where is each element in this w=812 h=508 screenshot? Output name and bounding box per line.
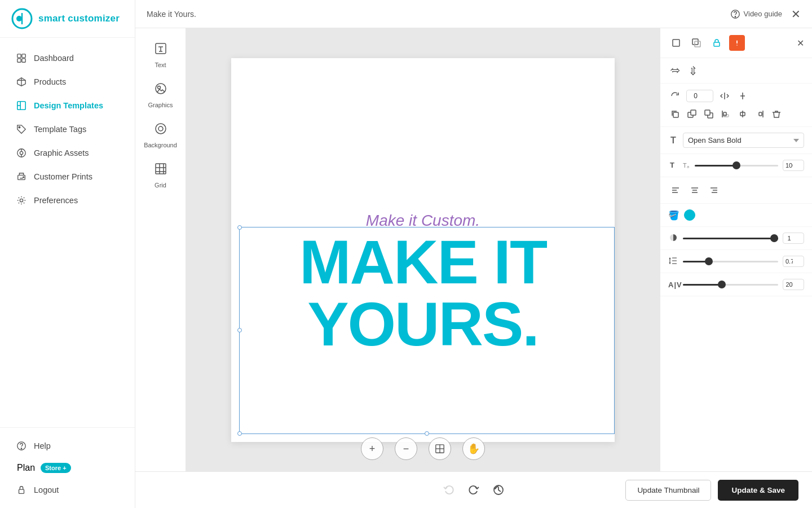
page-title: Make it Yours. — [147, 10, 196, 19]
history-button[interactable] — [488, 480, 509, 500]
align-left-icon — [671, 186, 680, 195]
rp-align-section — [660, 177, 812, 204]
toolbar-background[interactable]: Background — [141, 117, 180, 153]
delete-btn[interactable] — [770, 107, 783, 121]
svg-point-36 — [158, 126, 163, 131]
letterspacing-slider[interactable] — [683, 284, 778, 286]
fontsize-svg-icon: T — [669, 160, 678, 169]
align-left-layer-icon — [721, 110, 730, 119]
sidebar-label-design-templates: Design Templates — [34, 101, 103, 110]
align-center-layer-btn[interactable] — [736, 107, 749, 121]
toolbar-graphics[interactable]: Graphics — [141, 77, 180, 113]
undo-icon — [443, 484, 454, 496]
rp-font-row: T Open Sans Bold — [668, 133, 804, 148]
rp-lineheight-section: 0.75 — [660, 250, 812, 273]
zoom-in-button[interactable]: + — [361, 437, 383, 460]
font-select[interactable]: Open Sans Bold — [683, 133, 804, 148]
opacity-value[interactable]: 1 — [783, 233, 804, 244]
lineheight-slider-container: 0.75 — [683, 256, 804, 267]
lineheight-slider[interactable] — [683, 261, 778, 262]
opacity-svg-icon — [669, 233, 678, 242]
svg-point-34 — [157, 86, 160, 89]
redo-button[interactable] — [464, 480, 484, 500]
letterspacing-icon: A|V — [668, 281, 678, 289]
update-save-button[interactable]: Update & Save — [718, 480, 798, 501]
lineheight-value[interactable]: 0.75 — [783, 256, 804, 267]
sidebar-item-customer-prints[interactable]: Customer Prints — [5, 165, 130, 188]
selection-handle-tl[interactable] — [237, 225, 242, 230]
align-right-btn[interactable] — [707, 183, 721, 198]
fontsize-icon: T — [668, 160, 678, 171]
sidebar-item-preferences[interactable]: Preferences — [5, 189, 130, 212]
sidebar-item-template-tags[interactable]: Template Tags — [5, 118, 130, 141]
color-bucket-icon[interactable]: 🪣 — [668, 210, 679, 221]
toolbar-grid[interactable]: Grid — [141, 157, 180, 193]
sidebar-label-template-tags: Template Tags — [34, 125, 86, 134]
sidebar-item-plan[interactable]: Plan Store + — [0, 457, 135, 479]
video-guide-button[interactable]: Video guide — [730, 9, 782, 19]
position-lr-btn[interactable] — [668, 64, 682, 77]
send-backward-btn[interactable] — [702, 107, 716, 121]
plan-badge[interactable]: Store + — [41, 463, 71, 473]
fontsize-slider[interactable] — [695, 165, 778, 167]
selection-handle-bm[interactable] — [425, 431, 429, 436]
rp-alert-btn[interactable] — [729, 35, 745, 51]
fontsize-value[interactable]: 100 — [783, 160, 804, 171]
sidebar-item-products[interactable]: Products — [5, 71, 130, 93]
rp-lock-btn[interactable] — [709, 35, 725, 51]
toolbar-text[interactable]: Text — [141, 37, 180, 73]
canvas[interactable]: Make it Custom. MAKE ITYOURS. — [231, 58, 615, 442]
align-right-layer-btn[interactable] — [753, 107, 766, 121]
right-panel: ✕ — [660, 28, 812, 471]
rp-rectangle-btn[interactable] — [668, 35, 684, 51]
sidebar-item-dashboard[interactable]: Dashboard — [5, 47, 130, 69]
logout-lock-icon — [16, 484, 27, 496]
selection-handle-bl[interactable] — [237, 431, 242, 436]
update-thumbnail-button[interactable]: Update Thumbnail — [625, 480, 711, 501]
opacity-slider[interactable] — [683, 238, 778, 239]
align-left-layer-btn[interactable] — [719, 107, 732, 121]
editor-area: Text Graphics — [135, 28, 812, 471]
rotation-btn[interactable] — [668, 89, 682, 103]
bring-forward-btn[interactable] — [685, 107, 699, 121]
rp-layer-row — [668, 107, 804, 121]
bottom-action-bar: Update Thumbnail Update & Save — [135, 471, 812, 508]
align-left-btn[interactable] — [668, 183, 683, 198]
top-close-button[interactable]: ✕ — [791, 7, 801, 21]
position-ud-btn[interactable] — [686, 64, 700, 77]
pan-button[interactable]: ✋ — [462, 437, 485, 460]
sidebar-label-help: Help — [34, 441, 51, 450]
logo-icon — [11, 8, 33, 29]
sidebar-item-design-templates[interactable]: Design Templates — [5, 94, 130, 117]
rp-transform-btn[interactable] — [689, 35, 704, 51]
rp-letterspacing-row: A|V 20 — [668, 279, 804, 290]
sidebar-item-help[interactable]: Help — [5, 435, 130, 457]
text-tool-icon — [154, 42, 167, 59]
fit-icon — [435, 444, 445, 454]
zoom-out-button[interactable]: − — [395, 437, 417, 460]
sidebar-item-logout[interactable]: Logout — [5, 479, 130, 501]
logo[interactable]: smart customizer — [0, 0, 135, 38]
bring-forward-icon — [687, 110, 696, 119]
rp-fontsize-section: T Tₐ 100 — [660, 154, 812, 177]
canvas-area[interactable]: Make it Custom. MAKE ITYOURS. + − — [186, 28, 660, 471]
svg-point-24 — [21, 448, 21, 449]
undo-button[interactable] — [439, 480, 459, 500]
text-tool-label: Text — [155, 62, 166, 68]
undo-redo-group — [439, 480, 509, 500]
center-v-btn[interactable] — [736, 89, 749, 103]
letterspacing-value[interactable]: 20 — [783, 279, 804, 290]
flip-h-btn[interactable] — [718, 89, 731, 103]
fit-screen-button[interactable] — [429, 437, 451, 460]
rp-close-button[interactable]: ✕ — [797, 38, 804, 49]
rotation-input[interactable]: 0 — [686, 90, 713, 102]
rp-letterspacing-section: A|V 20 — [660, 273, 812, 296]
fontsize-t-icon: Tₐ — [683, 162, 689, 169]
svg-rect-5 — [17, 59, 21, 62]
duplicate-btn[interactable] — [668, 107, 682, 121]
grid-tool-label: Grid — [155, 182, 166, 189]
align-center-btn[interactable] — [687, 183, 702, 198]
sidebar-item-graphic-assets[interactable]: Graphic Assets — [5, 142, 130, 164]
color-swatch[interactable] — [684, 209, 695, 221]
svg-rect-3 — [17, 54, 21, 58]
